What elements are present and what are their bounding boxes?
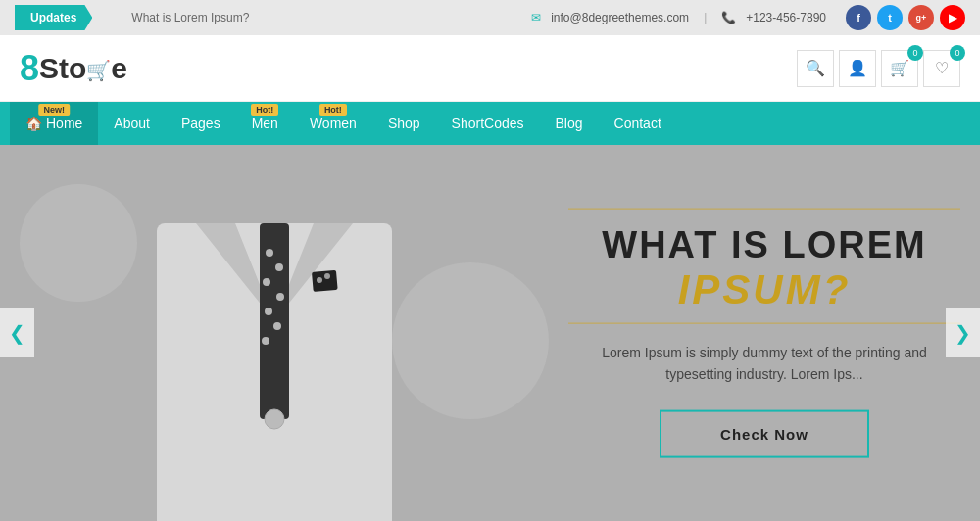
separator: |: [704, 11, 707, 24]
logo-cart-icon: 🛒: [86, 59, 111, 82]
svg-point-11: [262, 337, 270, 345]
social-icons: f t g+ ▶: [846, 5, 965, 30]
updates-button[interactable]: Updates: [15, 5, 92, 30]
hero-line-bottom: [568, 323, 960, 324]
cart-icon: 🛒: [890, 59, 909, 77]
svg-point-5: [266, 249, 273, 257]
nav-home-label: Home: [46, 116, 82, 131]
lorem-ipsum-text: What is Lorem Ipsum?: [131, 11, 249, 24]
cart-badge: 0: [907, 45, 923, 61]
svg-rect-4: [260, 223, 289, 419]
nav-contact[interactable]: Contact: [599, 102, 677, 145]
nav-men[interactable]: Hot! Men: [236, 102, 294, 145]
hero-title-main: WHAT IS LOREM: [568, 224, 960, 266]
home-icon: 🏠: [25, 116, 42, 131]
hero-background-image: [0, 145, 554, 521]
home-badge: New!: [38, 104, 70, 116]
nav-shortcodes-label: ShortCodes: [452, 116, 524, 131]
prev-arrow-icon: ❮: [9, 321, 25, 345]
hero-content: WHAT IS LOREM IPSUM? Lorem Ipsum is simp…: [568, 209, 960, 458]
nav-men-label: Men: [252, 116, 278, 131]
hero-line-top: [568, 209, 960, 210]
top-bar: Updates What is Lorem Ipsum? ✉ info@8deg…: [0, 0, 980, 35]
nav-shortcodes[interactable]: ShortCodes: [436, 102, 540, 145]
next-arrow-button[interactable]: ❯: [946, 308, 980, 357]
prev-arrow-button[interactable]: ❮: [0, 308, 34, 357]
svg-rect-12: [312, 270, 338, 292]
hero-description: Lorem Ipsum is simply dummy text of the …: [568, 342, 960, 386]
svg-point-13: [317, 277, 322, 283]
svg-point-6: [275, 263, 283, 271]
youtube-icon[interactable]: ▶: [940, 5, 965, 30]
wishlist-button[interactable]: ♡ 0: [923, 50, 960, 87]
nav-contact-label: Contact: [614, 116, 662, 131]
navigation: New! 🏠 Home About Pages Hot! Men Hot! Wo…: [0, 102, 980, 145]
nav-women-label: Women: [310, 116, 357, 131]
svg-point-15: [265, 409, 284, 429]
nav-shop[interactable]: Shop: [372, 102, 436, 145]
email-text: info@8degreethemes.com: [551, 11, 689, 24]
header-icons: 🔍 👤 🛒 0 ♡ 0: [797, 50, 960, 87]
nav-about-label: About: [114, 116, 150, 131]
hero-section: WHAT IS LOREM IPSUM? Lorem Ipsum is simp…: [0, 145, 980, 521]
svg-point-14: [324, 273, 330, 279]
nav-home[interactable]: New! 🏠 Home: [10, 102, 98, 145]
logo-text-e: e: [111, 52, 127, 85]
twitter-icon[interactable]: t: [877, 5, 903, 30]
svg-point-10: [273, 322, 281, 330]
nav-blog[interactable]: Blog: [540, 102, 599, 145]
wishlist-badge: 0: [950, 45, 965, 61]
email-icon: ✉: [531, 11, 541, 24]
svg-point-7: [263, 278, 270, 286]
nav-blog-label: Blog: [556, 116, 583, 131]
svg-point-17: [392, 262, 549, 419]
top-bar-left: Updates What is Lorem Ipsum?: [15, 5, 249, 30]
phone-text: +123-456-7890: [746, 11, 826, 24]
nav-shop-label: Shop: [388, 116, 420, 131]
check-now-button[interactable]: Check Now: [660, 409, 869, 457]
logo-text-sto: Sto: [39, 52, 86, 85]
facebook-icon[interactable]: f: [846, 5, 871, 30]
phone-icon: 📞: [721, 11, 736, 24]
nav-pages-label: Pages: [181, 116, 220, 131]
account-icon: 👤: [848, 59, 867, 77]
nav-women[interactable]: Hot! Women: [294, 102, 372, 145]
logo[interactable]: 8 Sto 🛒 e: [20, 48, 127, 89]
men-badge: Hot!: [251, 104, 278, 116]
googleplus-icon[interactable]: g+: [908, 5, 934, 30]
nav-about[interactable]: About: [98, 102, 166, 145]
search-button[interactable]: 🔍: [797, 50, 834, 87]
top-bar-right: ✉ info@8degreethemes.com | 📞 +123-456-78…: [531, 5, 965, 30]
hero-title-accent: IPSUM?: [568, 266, 960, 313]
search-icon: 🔍: [806, 59, 825, 77]
account-button[interactable]: 👤: [839, 50, 876, 87]
women-badge: Hot!: [319, 104, 347, 116]
next-arrow-icon: ❯: [955, 321, 971, 345]
logo-number: 8: [20, 48, 39, 89]
wishlist-icon: ♡: [935, 59, 949, 77]
svg-point-16: [20, 184, 137, 302]
cart-button[interactable]: 🛒 0: [881, 50, 918, 87]
header: 8 Sto 🛒 e 🔍 👤 🛒 0 ♡ 0: [0, 35, 980, 102]
svg-point-8: [276, 293, 284, 301]
svg-point-9: [265, 308, 272, 315]
nav-pages[interactable]: Pages: [166, 102, 236, 145]
